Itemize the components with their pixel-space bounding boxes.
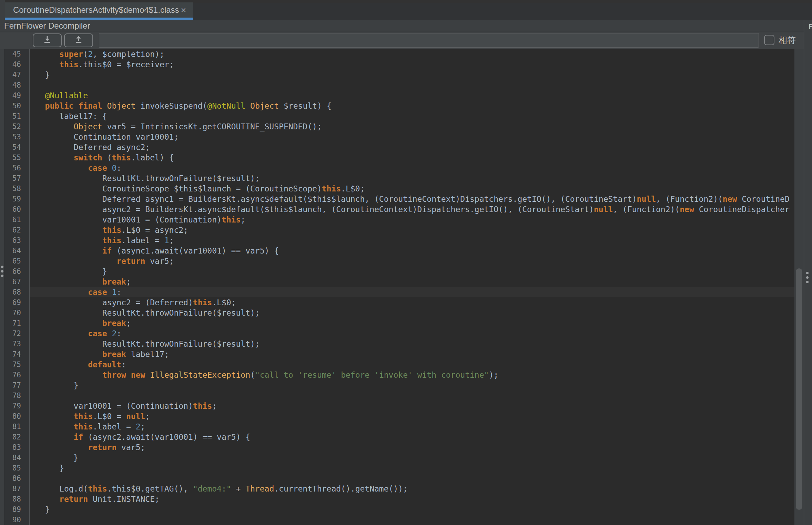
right-tool-stripe: E [804, 20, 812, 525]
code-line[interactable]: async2 = BuildersKt.async$default($this$… [30, 204, 794, 215]
code-line[interactable]: throw new IllegalStateException("call to… [30, 370, 794, 380]
code-line[interactable]: var10001 = (Continuation)this; [30, 401, 794, 411]
line-number: 86 [5, 473, 21, 484]
line-number: 47 [5, 70, 21, 80]
vertical-scrollbar-thumb[interactable] [796, 268, 802, 510]
code-line[interactable]: this.L$0 = null; [30, 411, 794, 422]
code-line[interactable]: Object var5 = IntrinsicsKt.getCOROUTINE_… [30, 121, 794, 132]
upload-icon [73, 34, 84, 46]
download-button[interactable] [33, 33, 62, 47]
code-line[interactable]: return Unit.INSTANCE; [30, 494, 794, 504]
code-line[interactable]: this.L$0 = async2; [30, 225, 794, 235]
line-number: 82 [5, 432, 21, 442]
match-checkbox[interactable] [764, 35, 774, 45]
code-line[interactable]: case 2: [30, 328, 794, 339]
right-splitter-handle-icon[interactable] [806, 272, 809, 285]
code-line[interactable]: if (async1.await(var10001) == var5) { [30, 246, 794, 256]
code-line[interactable]: Continuation var10001; [30, 132, 794, 142]
search-input[interactable] [99, 33, 759, 48]
vertical-scrollbar-track[interactable] [794, 49, 804, 525]
code-line[interactable]: label17: { [30, 111, 794, 121]
code-line[interactable]: if (async2.await(var10001) == var5) { [30, 432, 794, 442]
code-line[interactable]: Log.d(this.this$0.getTAG(), "demo4:" + T… [30, 484, 794, 494]
code-line[interactable]: case 1: [30, 287, 794, 297]
code-line[interactable]: break label17; [30, 349, 794, 359]
line-number: 64 [5, 246, 21, 256]
decompiler-banner: FernFlower Decompiler [0, 20, 812, 32]
line-number: 67 [5, 277, 21, 287]
code-line[interactable]: return var5; [30, 256, 794, 266]
code-line[interactable]: @Nullable [30, 90, 794, 101]
line-number: 52 [5, 121, 21, 132]
line-number: 66 [5, 266, 21, 277]
code-line[interactable]: public final Object invokeSuspend(@NotNu… [30, 101, 794, 111]
code-line[interactable]: switch (this.label) { [30, 152, 794, 163]
code-line[interactable]: break; [30, 277, 794, 287]
line-number: 87 [5, 484, 21, 494]
line-number: 75 [5, 359, 21, 370]
line-number: 84 [5, 453, 21, 463]
code-line[interactable]: this.label = 1; [30, 235, 794, 246]
code-line[interactable]: CoroutineScope $this$launch = (Coroutine… [30, 184, 794, 194]
line-number: 76 [5, 370, 21, 380]
code-line[interactable] [30, 80, 794, 90]
line-number: 71 [5, 318, 21, 328]
code-line[interactable]: async2 = (Deferred)this.L$0; [30, 297, 794, 308]
code-line[interactable]: } [30, 504, 794, 515]
line-number: 88 [5, 494, 21, 504]
line-number: 48 [5, 80, 21, 90]
line-number: 61 [5, 215, 21, 225]
line-number: 83 [5, 442, 21, 453]
code-line[interactable]: } [30, 453, 794, 463]
code-line[interactable]: case 0: [30, 163, 794, 173]
line-number: 68 [5, 287, 21, 297]
code-line[interactable]: } [30, 380, 794, 390]
code-line[interactable]: var10001 = (Continuation)this; [30, 215, 794, 225]
code-line[interactable]: default: [30, 359, 794, 370]
line-number: 70 [5, 308, 21, 318]
line-number: 77 [5, 380, 21, 390]
code-line[interactable]: ResultKt.throwOnFailure($result); [30, 339, 794, 349]
line-number: 54 [5, 142, 21, 152]
download-icon [42, 34, 52, 46]
close-icon[interactable]: × [181, 6, 186, 14]
line-number: 81 [5, 422, 21, 432]
line-number: 53 [5, 132, 21, 142]
upload-button[interactable] [64, 33, 93, 47]
code-line[interactable] [30, 515, 794, 525]
code-line[interactable]: this.this$0 = $receiver; [30, 59, 794, 70]
line-number: 78 [5, 390, 21, 401]
code-line[interactable]: break; [30, 318, 794, 328]
tab-coroutinedispatchers-class[interactable]: CoroutineDispatchersActivity$demo4$1.cla… [5, 2, 193, 18]
line-number: 56 [5, 163, 21, 173]
code-line[interactable]: } [30, 70, 794, 80]
line-number: 89 [5, 504, 21, 515]
code-line[interactable]: Deferred async2; [30, 142, 794, 152]
code-line[interactable]: return var5; [30, 442, 794, 453]
code-line[interactable]: Deferred async1 = BuildersKt.async$defau… [30, 194, 794, 204]
code-line[interactable]: } [30, 266, 794, 277]
left-splitter-handle-icon[interactable] [1, 266, 4, 279]
code-line[interactable]: ResultKt.throwOnFailure($result); [30, 173, 794, 184]
line-number: 85 [5, 463, 21, 473]
code-line[interactable]: } [30, 463, 794, 473]
code-line[interactable] [30, 473, 794, 484]
left-sliver [0, 0, 5, 20]
line-number: 72 [5, 328, 21, 339]
line-number: 62 [5, 225, 21, 235]
line-number: 49 [5, 90, 21, 101]
code-line[interactable]: ResultKt.throwOnFailure($result); [30, 308, 794, 318]
decompiler-label: FernFlower Decompiler [4, 20, 90, 32]
code-line[interactable]: super(2, $completion); [30, 49, 794, 59]
tab-title: CoroutineDispatchersActivity$demo4$1.cla… [13, 5, 179, 15]
line-number: 55 [5, 152, 21, 163]
code-line[interactable] [30, 390, 794, 401]
line-number: 79 [5, 401, 21, 411]
line-number: 65 [5, 256, 21, 266]
line-number: 59 [5, 194, 21, 204]
code-line[interactable]: this.label = 2; [30, 422, 794, 432]
line-number: 60 [5, 204, 21, 215]
code-area[interactable]: super(2, $completion); this.this$0 = $re… [30, 49, 794, 525]
line-number: 57 [5, 173, 21, 184]
tool-window-button-partial[interactable]: E [809, 22, 812, 31]
